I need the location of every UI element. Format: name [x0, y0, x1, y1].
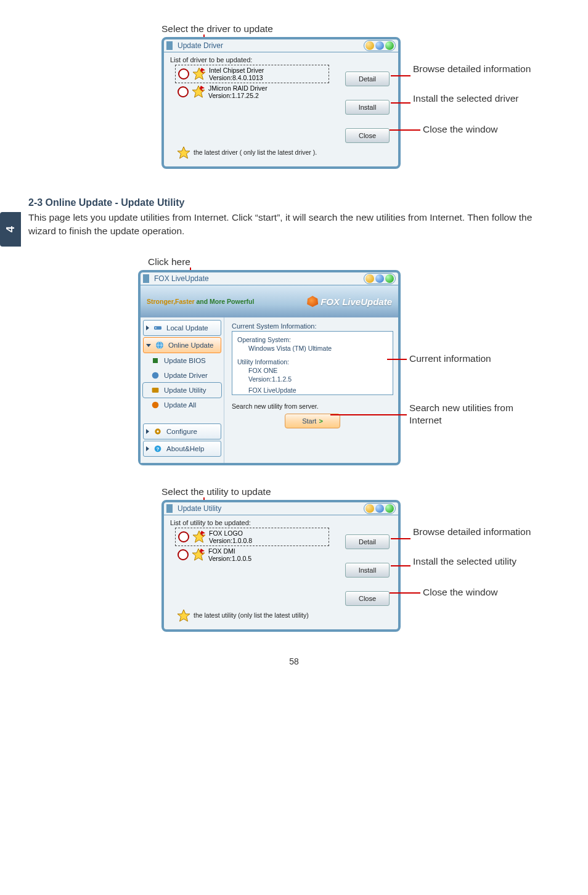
driver-item-1-text: Intel Chipset Driver Version:8.4.0.1013 [209, 67, 264, 81]
triangle-icon [146, 446, 149, 451]
radio-icon[interactable] [178, 549, 189, 560]
close-button[interactable]: Close [345, 591, 390, 606]
slogan: Stronger,Faster and More Powerful [147, 298, 254, 305]
sidebar-online-update[interactable]: Online Update [143, 337, 221, 353]
sidebar-update-utility[interactable]: Update Utility [143, 383, 221, 398]
arrow-icon: > [319, 417, 322, 425]
radio-icon[interactable] [178, 86, 189, 97]
star-arrow-icon [191, 547, 206, 562]
select-utility-caption: Select the utility to update [161, 486, 271, 497]
driver-item-2-text: JMicron RAID Driver Version:1.17.25.2 [208, 84, 267, 99]
window-controls [364, 503, 396, 514]
close-button[interactable]: Close [345, 128, 390, 143]
page-number: 58 [0, 656, 588, 666]
maximize-icon[interactable] [375, 274, 384, 283]
update-utility-title: Update Utility [178, 504, 221, 513]
svg-rect-9 [152, 388, 159, 393]
note-close: Close the window [423, 123, 497, 136]
maximize-icon[interactable] [375, 504, 384, 513]
utility-list-label: List of utility to be updated: [164, 515, 398, 528]
drive-icon [153, 323, 163, 333]
click-here-caption: Click here [148, 256, 190, 268]
detail-button[interactable]: Detail [345, 72, 390, 86]
fox-liveupdate-logo: FOX LiveUpdate [307, 296, 392, 307]
fox-icon [307, 296, 318, 307]
update-all-icon [150, 400, 160, 410]
current-system-label: Current System Information: [232, 322, 393, 330]
radio-icon[interactable] [178, 68, 189, 80]
close-icon[interactable] [385, 41, 394, 50]
legend-text: the latest utility (only list the latest… [194, 611, 309, 619]
svg-text:?: ? [157, 446, 160, 452]
window-controls [364, 40, 396, 51]
close-icon[interactable] [385, 504, 394, 513]
utility-item-1[interactable]: FOX LOGO Version:1.0.0.8 [175, 528, 329, 546]
maximize-icon[interactable] [375, 41, 384, 50]
utility-icon [150, 385, 160, 395]
gear-icon [153, 427, 163, 436]
update-driver-title: Update Driver [178, 41, 223, 50]
minimize-icon[interactable] [365, 274, 374, 283]
chip-icon [150, 356, 160, 366]
install-button[interactable]: Install [345, 563, 390, 578]
note-install-3: Install the selected utility [413, 555, 549, 568]
install-button[interactable]: Install [345, 100, 390, 115]
driver-list-label: List of driver to be updated: [164, 52, 398, 65]
utility-item-1-text: FOX LOGO Version:1.0.0.8 [209, 529, 252, 544]
triangle-icon [146, 325, 149, 330]
sidebar-about-help[interactable]: ? About&Help [143, 441, 221, 457]
globe-icon [155, 340, 165, 350]
triangle-down-icon [146, 344, 151, 347]
note-current-info: Current information [409, 353, 491, 365]
star-arrow-icon [192, 67, 206, 81]
search-label: Search new utility from server. [232, 403, 393, 410]
close-icon[interactable] [385, 274, 394, 283]
note-detail: Browse detailed information [413, 63, 536, 75]
svg-point-10 [152, 402, 159, 409]
system-info-box: Operating System: Windows Vista (TM) Ult… [232, 331, 393, 395]
note-search: Search new utilities from Internet [409, 402, 545, 427]
svg-point-3 [155, 327, 157, 329]
utility-item-2-text: FOX DMI Version:1.0.0.5 [208, 547, 251, 562]
sidebar-update-all[interactable]: Update All [143, 398, 221, 412]
star-arrow-icon [192, 529, 206, 544]
select-driver-caption: Select the driver to update [161, 23, 273, 35]
note-close-3: Close the window [423, 586, 497, 599]
section-body: This page lets you update utilities from… [28, 211, 560, 238]
note-install: Install the selected driver [413, 92, 549, 105]
help-icon: ? [153, 444, 163, 454]
sidebar-configure[interactable]: Configure [143, 423, 221, 439]
liveupdate-title: FOX LiveUpdate [154, 274, 209, 283]
svg-rect-7 [153, 358, 158, 363]
driver-icon [150, 370, 160, 380]
sidebar-local-update[interactable]: Local Update [143, 320, 221, 336]
star-icon [176, 608, 190, 622]
sidebar-update-bios[interactable]: Update BIOS [143, 353, 221, 368]
sidebar-update-driver[interactable]: Update Driver [143, 368, 221, 383]
note-detail-3: Browse detailed information [413, 526, 536, 538]
star-icon [176, 145, 190, 159]
detail-button[interactable]: Detail [345, 534, 390, 549]
utility-item-2[interactable]: FOX DMI Version:1.0.0.5 [175, 546, 328, 563]
driver-item-2[interactable]: JMicron RAID Driver Version:1.17.25.2 [175, 83, 328, 100]
minimize-icon[interactable] [365, 41, 374, 50]
svg-point-12 [157, 430, 158, 432]
star-arrow-icon [191, 84, 206, 99]
driver-item-1[interactable]: Intel Chipset Driver Version:8.4.0.1013 [175, 65, 329, 83]
window-controls [364, 273, 396, 284]
svg-point-8 [152, 372, 159, 379]
section-heading: 2-3 Online Update - Update Utility [28, 197, 560, 208]
minimize-icon[interactable] [365, 504, 374, 513]
legend-text: the latest driver ( only list the latest… [194, 149, 317, 156]
page-tab: 4 [0, 212, 21, 247]
radio-icon[interactable] [178, 531, 189, 542]
triangle-icon [146, 429, 149, 434]
start-button[interactable]: Start> [285, 414, 340, 428]
